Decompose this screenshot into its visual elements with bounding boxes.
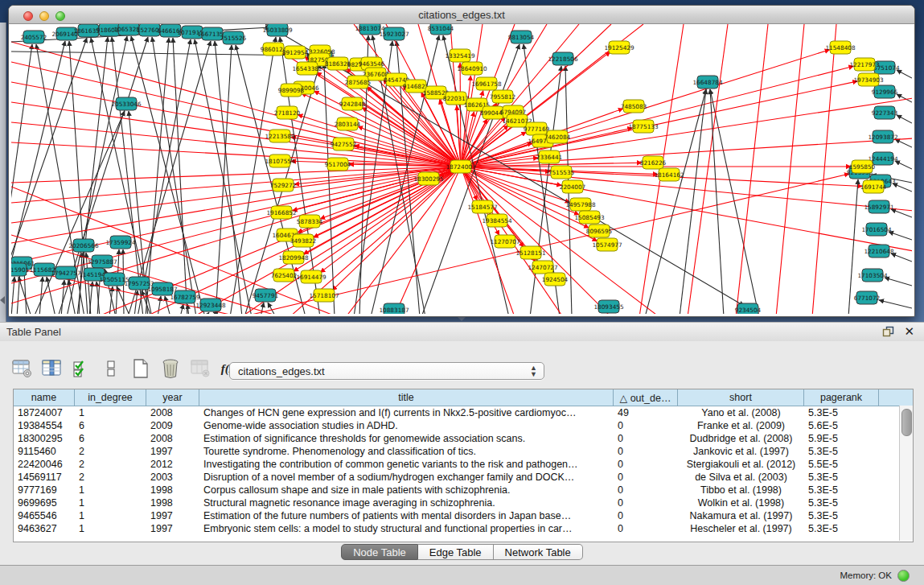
table-cell[interactable]: Genome-wide association studies in ADHD. (199, 419, 614, 432)
graph-node[interactable]: 8096595 (586, 225, 613, 237)
delete-columns-icon[interactable] (160, 358, 181, 379)
table-cell[interactable]: Estimation of significance thresholds fo… (199, 432, 614, 445)
graph-node[interactable]: 7529272 (270, 179, 297, 192)
table-cell[interactable]: 5.3E-5 (804, 471, 879, 484)
graph-node[interactable]: 17016504 (861, 223, 891, 236)
citation-edge-red[interactable] (736, 24, 768, 314)
table-cell[interactable]: 5.3E-5 (804, 509, 879, 522)
table-row[interactable]: 969969511998Structural magnetic resonanc… (14, 496, 913, 509)
table-cell[interactable]: 6 (75, 419, 146, 432)
graph-node[interactable]: 9457791 (253, 289, 279, 302)
graph-node[interactable]: 15184577 (467, 200, 497, 213)
table-row[interactable]: 1938455462009Genome-wide association stu… (14, 419, 913, 432)
table-cell[interactable]: Corpus callosum shape and size in male p… (199, 484, 614, 496)
citation-edge-black[interactable] (893, 183, 912, 192)
graph-node[interactable]: 1595850 (849, 160, 876, 173)
graph-node[interactable]: 2336441 (536, 150, 563, 163)
column-header-title[interactable]: title (199, 389, 614, 406)
graph-node[interactable]: 20206566 (68, 239, 98, 252)
table-cell[interactable]: Dudbridge et al. (2008) (678, 432, 804, 445)
column-header-short[interactable]: short (678, 389, 804, 406)
window-titlebar[interactable]: citations_edges.txt (9, 6, 914, 24)
graph-node[interactable]: 16961758 (471, 77, 501, 90)
table-cell[interactable]: 0 (614, 509, 678, 522)
table-cell[interactable]: 5.3E-5 (804, 496, 879, 509)
citation-edge-black[interactable] (173, 38, 187, 314)
graph-node[interactable]: 18093455 (593, 300, 623, 313)
citation-edge-red[interactable] (11, 82, 461, 167)
graph-node[interactable]: 17103504 (857, 269, 887, 282)
citation-edge-black[interactable] (79, 253, 82, 314)
graph-node[interactable]: 7485083 (621, 100, 647, 113)
graph-node[interactable]: 10574977 (592, 238, 622, 251)
table-options-icon[interactable] (11, 358, 32, 379)
graph-node[interactable]: 7955812 (490, 90, 516, 103)
graph-node[interactable]: 7515526 (220, 31, 247, 44)
delete-table-icon[interactable] (190, 358, 211, 379)
graph-node[interactable]: 2875685 (345, 76, 372, 89)
table-cell[interactable]: 0 (614, 522, 678, 535)
table-cell[interactable]: 1997 (146, 445, 199, 458)
table-cell[interactable]: 0 (614, 484, 678, 496)
graph-node[interactable]: 5878334 (297, 215, 323, 228)
column-header-year[interactable]: year (146, 389, 199, 406)
float-panel-icon[interactable] (882, 326, 895, 337)
tab-edge-table[interactable]: Edge Table (418, 544, 494, 560)
table-cell[interactable]: 1997 (146, 522, 199, 535)
citation-edge-red[interactable] (11, 42, 461, 167)
unselect-columns-icon[interactable] (101, 358, 121, 379)
table-cell[interactable]: 2009 (146, 419, 199, 432)
table-row[interactable]: 977716911998Corpus callosum shape and si… (14, 484, 913, 496)
citation-edge-black[interactable] (61, 280, 64, 314)
graph-node[interactable]: 7515535 (548, 166, 575, 179)
table-cell[interactable]: 22420046 (14, 458, 75, 471)
table-cell[interactable]: 6 (75, 432, 146, 445)
table-cell[interactable]: 2 (75, 458, 146, 471)
graph-node[interactable]: 9129966 (872, 85, 898, 98)
citation-edge-black[interactable] (47, 277, 55, 314)
graph-node[interactable]: 19166852 (266, 206, 296, 219)
table-cell[interactable]: 1 (75, 496, 146, 509)
graph-node[interactable]: 18775133 (628, 120, 658, 133)
citation-edge-black[interactable] (146, 38, 169, 314)
graph-node[interactable]: 9517004 (325, 158, 351, 171)
table-cell[interactable]: 5.5E-5 (804, 458, 879, 471)
table-cell[interactable]: 14569117 (14, 471, 75, 484)
table-cell[interactable]: 0 (614, 432, 678, 445)
graph-node[interactable]: 2405572 (21, 31, 47, 43)
citation-edge-black[interactable] (895, 161, 912, 169)
table-cell[interactable]: 49 (614, 406, 678, 419)
citation-edge-red[interactable] (11, 122, 461, 167)
table-cell[interactable]: Estimation of the future numbers of pati… (199, 509, 614, 522)
citation-edge-black[interactable] (891, 253, 912, 262)
graph-node[interactable]: 9227343 (872, 106, 898, 119)
table-cell[interactable]: 2008 (146, 432, 199, 445)
graph-node[interactable]: 15128151 (515, 246, 545, 259)
split-pane-handle-icon[interactable] (458, 317, 466, 321)
show-columns-icon[interactable] (41, 358, 62, 379)
table-cell[interactable]: 0 (614, 496, 678, 509)
citation-edge-black[interactable] (897, 70, 912, 78)
graph-node[interactable]: 10883187 (379, 303, 409, 314)
graph-node[interactable]: 18300295 (413, 172, 443, 185)
table-cell[interactable]: 5.3E-5 (804, 445, 879, 458)
scrollbar-thumb[interactable] (901, 409, 912, 436)
table-cell[interactable]: 9115460 (14, 445, 75, 458)
table-cell[interactable]: Tourette syndrome. Phenomenology and cla… (199, 445, 614, 458)
table-row[interactable]: 1830029562008Estimation of significance … (14, 432, 913, 445)
column-header-pagerank[interactable]: pagerank (804, 389, 879, 406)
table-cell[interactable]: 1 (75, 509, 146, 522)
close-icon[interactable]: ✕ (904, 324, 914, 339)
collapse-arrow-icon[interactable] (0, 296, 5, 304)
citation-edge-red[interactable] (314, 91, 461, 167)
citation-edge-black[interactable] (180, 304, 183, 314)
graph-node[interactable]: 9234504 (735, 303, 762, 314)
graph-node[interactable]: 16648784 (692, 76, 722, 89)
graph-node[interactable]: 19734903 (853, 73, 883, 86)
table-cell[interactable]: 2012 (146, 458, 199, 471)
citation-edge-black[interactable] (889, 232, 912, 240)
citation-edge-black[interactable] (897, 115, 912, 123)
table-cell[interactable]: 0 (614, 471, 678, 484)
citation-edge-black[interactable] (895, 139, 912, 147)
table-cell[interactable]: 1 (75, 522, 146, 535)
